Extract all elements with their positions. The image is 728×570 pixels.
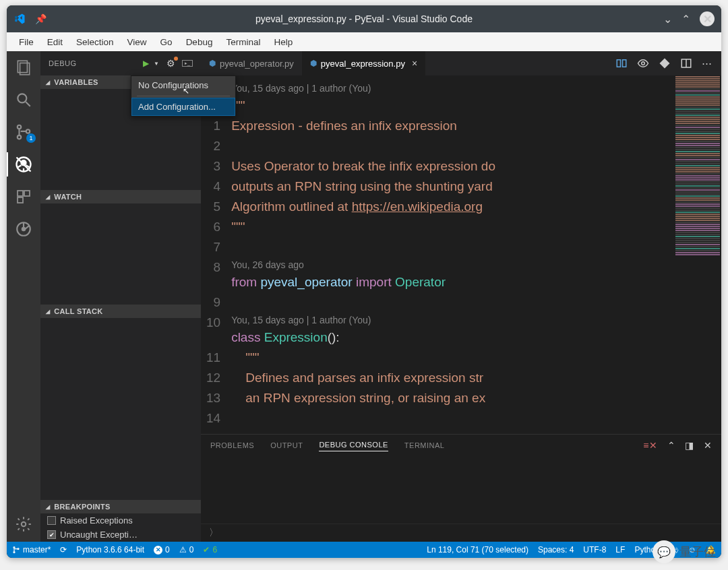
code-lens[interactable]: You, 26 days ago	[231, 257, 674, 272]
menu-edit[interactable]: Edit	[40, 34, 69, 50]
gear-warning-dot	[174, 57, 178, 61]
menu-help[interactable]: Help	[267, 34, 299, 50]
sync-icon[interactable]: ⟳	[60, 545, 67, 555]
clear-console-icon[interactable]: ≡✕	[643, 440, 657, 451]
panel-tab-output[interactable]: OUTPUT	[270, 439, 303, 451]
breakpoints-panel-header[interactable]: ◢BREAKPOINTS	[40, 500, 201, 513]
checkbox-checked-icon[interactable]: ✔	[47, 530, 56, 539]
svg-rect-21	[617, 60, 620, 67]
window-titlebar[interactable]: 📌 pyeval_expression.py - PyEval - Visual…	[7, 5, 721, 32]
dropdown-add-configuration[interactable]: Add Configuration...	[131, 98, 235, 116]
svg-rect-13	[18, 191, 23, 196]
debug-sidebar: DEBUG ▶ ▼ ⚙ ▸_ ◢VARIABLES ◢WATCH ◢CALL S…	[40, 51, 201, 542]
watch-panel-header[interactable]: ◢WATCH	[40, 190, 201, 203]
breakpoint-uncaught[interactable]: ✔Uncaught Excepti…	[40, 528, 201, 542]
explorer-icon[interactable]	[14, 58, 33, 77]
debug-icon[interactable]	[14, 155, 33, 174]
cursor-position[interactable]: Ln 119, Col 71 (70 selected)	[427, 545, 528, 555]
svg-rect-14	[24, 191, 30, 196]
extensions-icon[interactable]	[14, 187, 33, 206]
collapse-panel-icon[interactable]: ⌃	[667, 440, 676, 451]
panel-tab-problems[interactable]: PROBLEMS	[210, 439, 254, 451]
panel-tab-debug-console[interactable]: DEBUG CONSOLE	[319, 439, 388, 451]
debug-console-toggle-icon[interactable]: ▸_	[182, 60, 193, 67]
dropdown-separator	[137, 96, 230, 96]
code-lens[interactable]: You, 15 days ago | 1 author (You)	[231, 313, 674, 327]
watermark-icon: 💬	[653, 540, 675, 563]
breakpoints-panel-body: Raised Exceptions ✔Uncaught Excepti…	[40, 513, 201, 542]
debug-console-input[interactable]: 〉	[201, 524, 721, 542]
tab-close-icon[interactable]: ×	[412, 58, 417, 69]
git-branch[interactable]: master*	[12, 545, 51, 555]
collapse-icon: ◢	[46, 80, 50, 86]
split-editor-icon[interactable]	[680, 57, 692, 69]
compare-icon[interactable]	[615, 57, 628, 69]
svg-point-23	[642, 62, 645, 65]
config-dropdown-arrow-icon[interactable]: ▼	[154, 61, 159, 67]
debug-console-output	[201, 455, 721, 524]
preview-icon[interactable]	[637, 57, 649, 69]
code-lens[interactable]: You, 15 days ago | 1 author (You)	[231, 81, 674, 96]
pin-icon[interactable]: 📌	[35, 13, 47, 24]
eol[interactable]: LF	[615, 545, 625, 555]
more-actions-icon[interactable]: ⋯	[702, 57, 712, 69]
svg-point-20	[22, 522, 26, 527]
svg-point-26	[13, 547, 15, 548]
python-file-icon: ⬢	[209, 59, 216, 68]
breakpoint-raised[interactable]: Raised Exceptions	[40, 513, 201, 528]
svg-point-27	[13, 552, 15, 553]
tab-pyeval-operator[interactable]: ⬢ pyeval_operator.py	[201, 51, 302, 75]
minimap[interactable]	[674, 75, 721, 434]
tests-passed[interactable]: ✔ 6	[203, 545, 217, 555]
close-panel-icon[interactable]: ✕	[704, 440, 712, 451]
warnings-count[interactable]: ⚠0	[179, 545, 194, 555]
menu-debug[interactable]: Debug	[179, 34, 220, 50]
code-editor[interactable]: 1 2 3 4 5 6 7 8 9 10 11 12 13 14 You, 15…	[201, 75, 721, 434]
activity-bar: 1	[7, 51, 40, 542]
maximize-panel-icon[interactable]: ◨	[685, 440, 694, 451]
panel-actions: ≡✕ ⌃ ◨ ✕	[643, 440, 712, 451]
code-content[interactable]: You, 15 days ago | 1 author (You)""" Exp…	[231, 75, 674, 434]
search-icon[interactable]	[14, 90, 33, 109]
mouse-cursor-icon: ↖	[183, 86, 189, 96]
settings-gear-icon[interactable]	[14, 515, 33, 534]
configure-gear-icon[interactable]: ⚙	[166, 58, 176, 69]
menu-file[interactable]: File	[12, 34, 40, 50]
panel-tab-terminal[interactable]: TERMINAL	[404, 439, 445, 451]
encoding[interactable]: UTF-8	[583, 545, 606, 555]
diff-icon[interactable]	[659, 57, 671, 69]
collapse-icon: ◢	[46, 504, 50, 510]
errors-count[interactable]: ✕0	[154, 545, 170, 555]
menu-view[interactable]: View	[121, 34, 154, 50]
maximize-icon[interactable]: ⌃	[681, 13, 690, 26]
close-icon[interactable]: ✕	[700, 11, 715, 26]
svg-rect-22	[623, 60, 626, 67]
menu-go[interactable]: Go	[154, 34, 179, 50]
svg-line-3	[26, 102, 30, 106]
svg-point-28	[18, 548, 19, 550]
window-title: pyeval_expression.py - PyEval - Visual S…	[255, 13, 473, 24]
sidebar-header: DEBUG ▶ ▼ ⚙ ▸_	[40, 51, 201, 75]
start-debug-icon[interactable]: ▶	[143, 59, 150, 68]
panel-tabs: PROBLEMS OUTPUT DEBUG CONSOLE TERMINAL ≡…	[201, 435, 721, 455]
menu-selection[interactable]: Selection	[69, 34, 121, 50]
svg-line-19	[25, 226, 29, 229]
tab-pyeval-expression[interactable]: ⬢ pyeval_expression.py ×	[302, 51, 425, 75]
vscode-logo-icon	[13, 13, 26, 25]
menu-terminal[interactable]: Terminal	[219, 34, 267, 50]
python-interpreter[interactable]: Python 3.6.6 64-bit	[76, 545, 144, 555]
editor-actions: ⋯	[606, 51, 721, 75]
checkbox-unchecked-icon[interactable]	[47, 516, 56, 525]
menubar: File Edit Selection View Go Debug Termin…	[7, 32, 721, 51]
watermark: 💬 量子位	[653, 540, 716, 563]
collapse-icon: ◢	[46, 309, 50, 315]
gitlens-icon[interactable]	[14, 220, 33, 239]
minimize-icon[interactable]: ⌄	[663, 13, 672, 26]
callstack-panel-body	[40, 318, 201, 500]
debug-title: DEBUG	[49, 59, 77, 67]
callstack-panel-header[interactable]: ◢CALL STACK	[40, 305, 201, 318]
indentation[interactable]: Spaces: 4	[538, 545, 574, 555]
source-control-icon[interactable]: 1	[14, 123, 33, 141]
svg-point-6	[26, 129, 30, 133]
svg-rect-15	[18, 197, 23, 203]
